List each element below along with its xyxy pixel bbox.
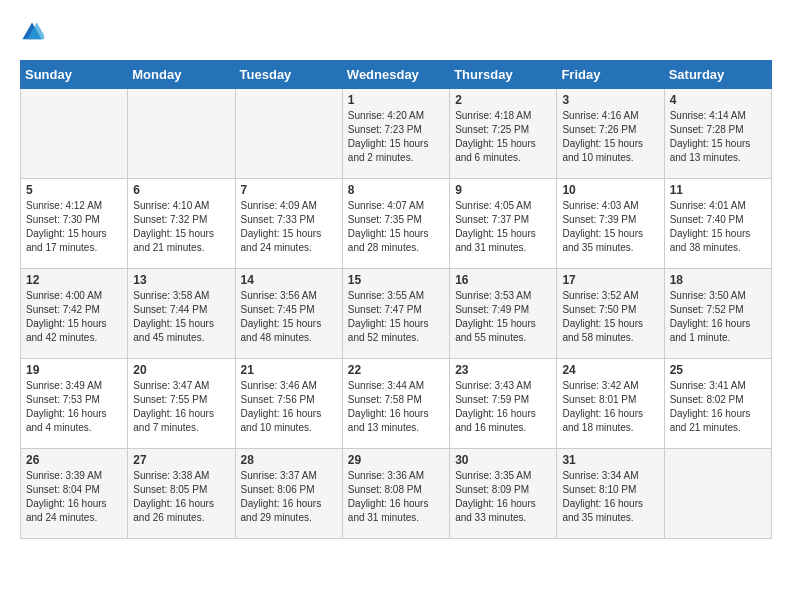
calendar-cell: 9Sunrise: 4:05 AM Sunset: 7:37 PM Daylig…: [450, 179, 557, 269]
calendar-cell: 8Sunrise: 4:07 AM Sunset: 7:35 PM Daylig…: [342, 179, 449, 269]
calendar-cell: 5Sunrise: 4:12 AM Sunset: 7:30 PM Daylig…: [21, 179, 128, 269]
day-detail: Sunrise: 3:46 AM Sunset: 7:56 PM Dayligh…: [241, 379, 337, 435]
day-number: 18: [670, 273, 766, 287]
calendar-cell: [664, 449, 771, 539]
day-detail: Sunrise: 4:20 AM Sunset: 7:23 PM Dayligh…: [348, 109, 444, 165]
calendar-header-row: SundayMondayTuesdayWednesdayThursdayFrid…: [21, 61, 772, 89]
day-number: 6: [133, 183, 229, 197]
calendar-cell: [235, 89, 342, 179]
calendar-cell: [128, 89, 235, 179]
calendar-cell: 15Sunrise: 3:55 AM Sunset: 7:47 PM Dayli…: [342, 269, 449, 359]
day-detail: Sunrise: 3:43 AM Sunset: 7:59 PM Dayligh…: [455, 379, 551, 435]
day-number: 20: [133, 363, 229, 377]
calendar-cell: 4Sunrise: 4:14 AM Sunset: 7:28 PM Daylig…: [664, 89, 771, 179]
day-detail: Sunrise: 3:56 AM Sunset: 7:45 PM Dayligh…: [241, 289, 337, 345]
calendar-cell: 31Sunrise: 3:34 AM Sunset: 8:10 PM Dayli…: [557, 449, 664, 539]
day-number: 1: [348, 93, 444, 107]
calendar-cell: 24Sunrise: 3:42 AM Sunset: 8:01 PM Dayli…: [557, 359, 664, 449]
day-detail: Sunrise: 4:03 AM Sunset: 7:39 PM Dayligh…: [562, 199, 658, 255]
day-number: 21: [241, 363, 337, 377]
calendar-week-row: 26Sunrise: 3:39 AM Sunset: 8:04 PM Dayli…: [21, 449, 772, 539]
day-detail: Sunrise: 4:00 AM Sunset: 7:42 PM Dayligh…: [26, 289, 122, 345]
day-detail: Sunrise: 3:55 AM Sunset: 7:47 PM Dayligh…: [348, 289, 444, 345]
calendar-cell: 21Sunrise: 3:46 AM Sunset: 7:56 PM Dayli…: [235, 359, 342, 449]
logo-icon: [20, 20, 44, 44]
calendar-cell: 13Sunrise: 3:58 AM Sunset: 7:44 PM Dayli…: [128, 269, 235, 359]
day-number: 9: [455, 183, 551, 197]
day-number: 25: [670, 363, 766, 377]
day-detail: Sunrise: 3:38 AM Sunset: 8:05 PM Dayligh…: [133, 469, 229, 525]
day-detail: Sunrise: 3:39 AM Sunset: 8:04 PM Dayligh…: [26, 469, 122, 525]
calendar-table: SundayMondayTuesdayWednesdayThursdayFrid…: [20, 60, 772, 539]
day-detail: Sunrise: 4:10 AM Sunset: 7:32 PM Dayligh…: [133, 199, 229, 255]
calendar-week-row: 19Sunrise: 3:49 AM Sunset: 7:53 PM Dayli…: [21, 359, 772, 449]
day-detail: Sunrise: 4:16 AM Sunset: 7:26 PM Dayligh…: [562, 109, 658, 165]
day-detail: Sunrise: 4:14 AM Sunset: 7:28 PM Dayligh…: [670, 109, 766, 165]
day-number: 5: [26, 183, 122, 197]
calendar-cell: [21, 89, 128, 179]
calendar-cell: 19Sunrise: 3:49 AM Sunset: 7:53 PM Dayli…: [21, 359, 128, 449]
day-detail: Sunrise: 3:44 AM Sunset: 7:58 PM Dayligh…: [348, 379, 444, 435]
day-detail: Sunrise: 3:58 AM Sunset: 7:44 PM Dayligh…: [133, 289, 229, 345]
day-number: 4: [670, 93, 766, 107]
day-detail: Sunrise: 3:49 AM Sunset: 7:53 PM Dayligh…: [26, 379, 122, 435]
calendar-cell: 30Sunrise: 3:35 AM Sunset: 8:09 PM Dayli…: [450, 449, 557, 539]
day-number: 24: [562, 363, 658, 377]
day-number: 8: [348, 183, 444, 197]
day-number: 17: [562, 273, 658, 287]
calendar-week-row: 12Sunrise: 4:00 AM Sunset: 7:42 PM Dayli…: [21, 269, 772, 359]
calendar-week-row: 5Sunrise: 4:12 AM Sunset: 7:30 PM Daylig…: [21, 179, 772, 269]
calendar-cell: 22Sunrise: 3:44 AM Sunset: 7:58 PM Dayli…: [342, 359, 449, 449]
day-number: 28: [241, 453, 337, 467]
calendar-cell: 1Sunrise: 4:20 AM Sunset: 7:23 PM Daylig…: [342, 89, 449, 179]
day-number: 15: [348, 273, 444, 287]
calendar-cell: 17Sunrise: 3:52 AM Sunset: 7:50 PM Dayli…: [557, 269, 664, 359]
calendar-cell: 12Sunrise: 4:00 AM Sunset: 7:42 PM Dayli…: [21, 269, 128, 359]
calendar-cell: 18Sunrise: 3:50 AM Sunset: 7:52 PM Dayli…: [664, 269, 771, 359]
day-number: 3: [562, 93, 658, 107]
day-number: 31: [562, 453, 658, 467]
day-detail: Sunrise: 3:47 AM Sunset: 7:55 PM Dayligh…: [133, 379, 229, 435]
day-of-week-header: Saturday: [664, 61, 771, 89]
calendar-cell: 25Sunrise: 3:41 AM Sunset: 8:02 PM Dayli…: [664, 359, 771, 449]
calendar-cell: 23Sunrise: 3:43 AM Sunset: 7:59 PM Dayli…: [450, 359, 557, 449]
day-detail: Sunrise: 4:12 AM Sunset: 7:30 PM Dayligh…: [26, 199, 122, 255]
day-number: 30: [455, 453, 551, 467]
day-number: 26: [26, 453, 122, 467]
day-number: 27: [133, 453, 229, 467]
day-detail: Sunrise: 4:18 AM Sunset: 7:25 PM Dayligh…: [455, 109, 551, 165]
calendar-week-row: 1Sunrise: 4:20 AM Sunset: 7:23 PM Daylig…: [21, 89, 772, 179]
day-number: 12: [26, 273, 122, 287]
day-number: 2: [455, 93, 551, 107]
day-detail: Sunrise: 4:05 AM Sunset: 7:37 PM Dayligh…: [455, 199, 551, 255]
day-detail: Sunrise: 3:35 AM Sunset: 8:09 PM Dayligh…: [455, 469, 551, 525]
calendar-cell: 2Sunrise: 4:18 AM Sunset: 7:25 PM Daylig…: [450, 89, 557, 179]
day-of-week-header: Friday: [557, 61, 664, 89]
calendar-cell: 26Sunrise: 3:39 AM Sunset: 8:04 PM Dayli…: [21, 449, 128, 539]
day-detail: Sunrise: 3:34 AM Sunset: 8:10 PM Dayligh…: [562, 469, 658, 525]
day-number: 14: [241, 273, 337, 287]
day-number: 10: [562, 183, 658, 197]
day-of-week-header: Monday: [128, 61, 235, 89]
day-detail: Sunrise: 3:37 AM Sunset: 8:06 PM Dayligh…: [241, 469, 337, 525]
day-detail: Sunrise: 4:07 AM Sunset: 7:35 PM Dayligh…: [348, 199, 444, 255]
calendar-cell: 29Sunrise: 3:36 AM Sunset: 8:08 PM Dayli…: [342, 449, 449, 539]
day-detail: Sunrise: 4:09 AM Sunset: 7:33 PM Dayligh…: [241, 199, 337, 255]
day-number: 13: [133, 273, 229, 287]
calendar-cell: 10Sunrise: 4:03 AM Sunset: 7:39 PM Dayli…: [557, 179, 664, 269]
day-detail: Sunrise: 3:36 AM Sunset: 8:08 PM Dayligh…: [348, 469, 444, 525]
day-number: 16: [455, 273, 551, 287]
day-of-week-header: Tuesday: [235, 61, 342, 89]
calendar-cell: 3Sunrise: 4:16 AM Sunset: 7:26 PM Daylig…: [557, 89, 664, 179]
calendar-cell: 7Sunrise: 4:09 AM Sunset: 7:33 PM Daylig…: [235, 179, 342, 269]
calendar-cell: 28Sunrise: 3:37 AM Sunset: 8:06 PM Dayli…: [235, 449, 342, 539]
day-detail: Sunrise: 4:01 AM Sunset: 7:40 PM Dayligh…: [670, 199, 766, 255]
day-detail: Sunrise: 3:42 AM Sunset: 8:01 PM Dayligh…: [562, 379, 658, 435]
day-number: 23: [455, 363, 551, 377]
calendar-cell: 14Sunrise: 3:56 AM Sunset: 7:45 PM Dayli…: [235, 269, 342, 359]
day-detail: Sunrise: 3:52 AM Sunset: 7:50 PM Dayligh…: [562, 289, 658, 345]
day-number: 22: [348, 363, 444, 377]
day-detail: Sunrise: 3:41 AM Sunset: 8:02 PM Dayligh…: [670, 379, 766, 435]
day-of-week-header: Wednesday: [342, 61, 449, 89]
calendar-cell: 6Sunrise: 4:10 AM Sunset: 7:32 PM Daylig…: [128, 179, 235, 269]
